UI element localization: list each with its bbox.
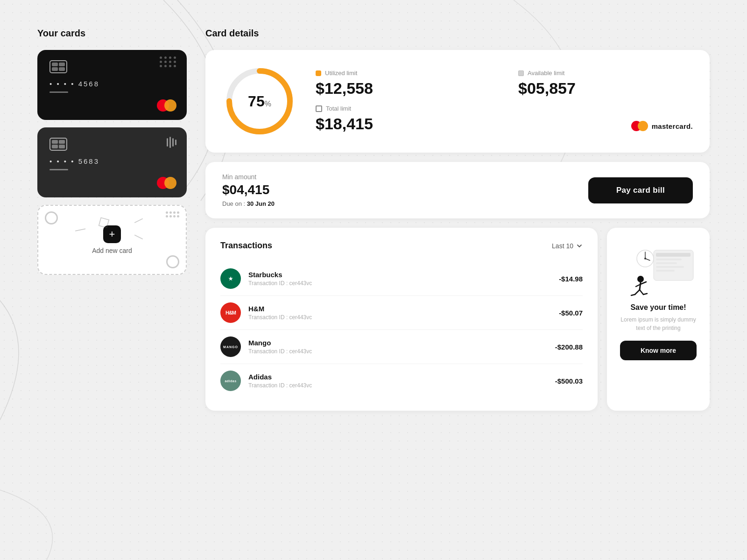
card-details-card: 75% Utilized limit $12,558 <box>205 50 710 153</box>
mastercard-logo-2 <box>157 177 176 189</box>
hm-amount: -$50.07 <box>559 309 583 317</box>
add-card-item[interactable]: + Add new card <box>37 205 187 275</box>
promo-illustration <box>626 241 691 297</box>
pay-card-bill-button[interactable]: Pay card bill <box>588 177 693 203</box>
donut-chart: 75% <box>222 64 297 139</box>
mastercard-logo-1 <box>157 99 176 112</box>
mastercard-footer: mastercard. <box>631 121 693 131</box>
min-amount-value: $04,415 <box>222 182 275 197</box>
starbucks-logo: ★ <box>220 268 241 289</box>
card-number-2: • • • • 5683 <box>49 157 175 165</box>
svg-line-22 <box>635 290 640 294</box>
transaction-row-hm: H&M H&M Transaction ID : cer443vc -$50.0… <box>220 296 583 330</box>
available-limit-stat: Available limit $05,857 <box>518 70 693 98</box>
donut-percent-sign: % <box>265 100 271 108</box>
svg-line-1 <box>75 229 85 231</box>
hm-txid: Transaction ID : cer443vc <box>248 314 551 321</box>
adidas-name: Adidas <box>248 373 548 381</box>
utilized-limit-value: $12,558 <box>316 79 490 98</box>
total-limit-icon <box>316 105 322 112</box>
adidas-info: Adidas Transaction ID : cer443vc <box>248 373 548 389</box>
svg-line-3 <box>134 235 143 239</box>
cards-section-title: Your cards <box>37 28 187 39</box>
adidas-logo: adidas <box>220 371 241 391</box>
details-panel: Card details 75% Utiliz <box>205 28 710 411</box>
payment-row: Min amount $04,415 Due on : 30 Jun 20 Pa… <box>205 162 710 218</box>
due-date: Due on : 30 Jun 20 <box>222 200 275 207</box>
filter-label: Last 10 <box>552 242 573 250</box>
cards-panel: Your cards • • • • 4568 <box>37 28 187 411</box>
available-limit-value: $05,857 <box>518 79 693 98</box>
promo-card: Save your time! Lorem ipsum is simply du… <box>607 228 710 411</box>
add-card-label: Add new card <box>92 247 132 254</box>
card-waves-2 <box>167 137 176 148</box>
transactions-title: Transactions <box>220 241 272 251</box>
mango-amount: -$200.88 <box>555 343 583 351</box>
card-item-2[interactable]: • • • • 5683 <box>37 127 187 197</box>
hm-info: H&M Transaction ID : cer443vc <box>248 305 551 321</box>
available-dot <box>518 70 524 76</box>
card-details-title: Card details <box>205 28 710 39</box>
svg-line-24 <box>631 294 635 295</box>
transactions-filter[interactable]: Last 10 <box>552 242 583 250</box>
know-more-button[interactable]: Know more <box>620 341 697 360</box>
chevron-down-icon <box>576 243 583 249</box>
svg-rect-13 <box>656 270 675 272</box>
donut-percent: 75 <box>248 93 265 110</box>
hm-name: H&M <box>248 305 551 313</box>
svg-point-18 <box>637 276 644 282</box>
card-chip-2 <box>49 138 67 151</box>
transaction-row-adidas: adidas Adidas Transaction ID : cer443vc … <box>220 364 583 398</box>
promo-description: Lorem ipsum is simply dummy text of the … <box>620 315 697 332</box>
svg-line-25 <box>643 294 647 294</box>
utilized-limit-stat: Utilized limit $12,558 <box>316 70 490 98</box>
svg-text:★: ★ <box>228 276 233 281</box>
card-line-1 <box>49 91 68 93</box>
transaction-row-mango: MANGO Mango Transaction ID : cer443vc -$… <box>220 330 583 364</box>
min-amount-label: Min amount <box>222 173 275 181</box>
transactions-card: Transactions Last 10 ★ <box>205 228 598 411</box>
adidas-txid: Transaction ID : cer443vc <box>248 382 548 389</box>
card-line-2 <box>49 169 68 170</box>
card-item-1[interactable]: • • • • 4568 <box>37 50 187 120</box>
transactions-header: Transactions Last 10 <box>220 241 583 251</box>
mango-name: Mango <box>248 339 548 347</box>
card-number-1: • • • • 4568 <box>49 80 175 88</box>
mango-info: Mango Transaction ID : cer443vc <box>248 339 548 355</box>
utilized-dot <box>316 70 321 76</box>
payment-info: Min amount $04,415 Due on : 30 Jun 20 <box>222 173 275 207</box>
bottom-row: Transactions Last 10 ★ <box>205 228 710 411</box>
svg-rect-12 <box>656 266 684 268</box>
promo-title: Save your time! <box>630 303 686 312</box>
total-limit-stat: Total limit $18,415 <box>316 105 490 133</box>
available-limit-label: Available limit <box>528 70 564 77</box>
starbucks-info: Starbucks Transaction ID : cer443vc <box>248 271 551 287</box>
starbucks-amount: -$14.98 <box>559 275 583 283</box>
hm-logo: H&M <box>220 302 241 323</box>
due-date-value: 30 Jun 20 <box>247 200 275 207</box>
svg-rect-11 <box>656 262 677 264</box>
svg-line-23 <box>640 290 643 294</box>
total-limit-value: $18,415 <box>316 115 490 133</box>
svg-rect-9 <box>656 253 691 257</box>
starbucks-name: Starbucks <box>248 271 551 279</box>
transaction-row-starbucks: ★ Starbucks Transaction ID : cer443vc -$… <box>220 262 583 296</box>
mango-txid: Transaction ID : cer443vc <box>248 348 548 355</box>
adidas-amount: -$500.03 <box>555 377 583 385</box>
total-limit-label: Total limit <box>326 105 351 112</box>
add-card-button[interactable]: + <box>103 225 121 243</box>
mastercard-label: mastercard. <box>652 122 693 130</box>
card-dots-1 <box>160 56 176 67</box>
svg-rect-10 <box>656 259 682 260</box>
card-chip-1 <box>49 60 67 73</box>
svg-line-19 <box>640 282 641 290</box>
utilized-limit-label: Utilized limit <box>325 70 357 77</box>
mango-logo: MANGO <box>220 336 241 357</box>
starbucks-txid: Transaction ID : cer443vc <box>248 280 551 287</box>
svg-line-2 <box>134 219 143 223</box>
